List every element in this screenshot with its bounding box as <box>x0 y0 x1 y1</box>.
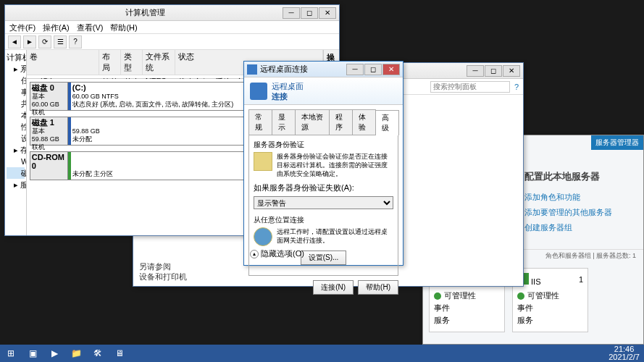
help-icon[interactable]: ? <box>514 83 519 91</box>
search-input[interactable] <box>430 81 510 93</box>
tree-node[interactable]: 任务计划程序 <box>7 75 25 86</box>
sec2-text: 远程工作时，请配置设置以通过远程桌面网关进行连接。 <box>277 227 393 245</box>
close-button[interactable]: ✕ <box>503 65 520 77</box>
sec1-text: 服务器身份验证会验证你是否正在连接目标远程计算机。连接所需的验证强度由系统安全策… <box>277 152 393 178</box>
tree-node[interactable]: 本地用户和组 <box>7 109 25 121</box>
maximize-button[interactable]: ◻ <box>301 7 318 19</box>
task-server-manager[interactable]: ▣ <box>22 345 43 362</box>
see-also-label: 另请参阅 <box>139 261 187 272</box>
tree-node[interactable]: ▸ 系统工具 <box>7 63 25 75</box>
rdc-tab[interactable]: 体验 <box>352 109 376 135</box>
sm-link-servers[interactable]: 添加要管理的其他服务器 <box>524 207 636 218</box>
remote-desktop-dialog: 远程桌面连接 ─ ◻ ✕ 远程桌面连接 常规显示本地资源程序体验高级 服务器身份… <box>243 61 403 266</box>
help-button[interactable]: 帮助(H) <box>358 280 398 295</box>
close-button[interactable]: ✕ <box>382 64 400 75</box>
back-icon[interactable]: ◄ <box>8 35 21 49</box>
maximize-button[interactable]: ◻ <box>364 64 382 75</box>
tree-node[interactable]: 磁盘管理 <box>7 167 25 179</box>
sm-link-group[interactable]: 创建服务器组 <box>524 222 636 233</box>
tree-node[interactable]: ▸ 存储 <box>7 144 25 156</box>
refresh-icon[interactable]: ⟳ <box>38 35 51 49</box>
tree-node[interactable]: 设备管理器 <box>7 132 25 144</box>
server-manager-badge: 服务器管理器 <box>591 135 643 150</box>
devices-printers-link[interactable]: 设备和打印机 <box>139 272 187 282</box>
tree-root[interactable]: 计算机管理(本地) <box>7 51 25 63</box>
task-cm[interactable]: 🛠 <box>87 345 109 362</box>
menubar: 文件(F) 操作(A) 查看(V) 帮助(H) <box>5 21 339 34</box>
sec1-label: 如果服务器身份验证失败(A): <box>254 182 393 193</box>
minimize-button[interactable]: ─ <box>467 65 484 77</box>
chevron-up-icon: ▴ <box>250 250 259 258</box>
tree-node[interactable]: Windows Server Back <box>7 156 25 167</box>
task-explorer[interactable]: 📁 <box>65 345 87 362</box>
menu-help[interactable]: 帮助(H) <box>110 22 137 32</box>
tree-node[interactable]: 事件查看器 <box>7 86 25 98</box>
shield-icon <box>254 152 272 171</box>
rdc-tab[interactable]: 常规 <box>248 109 272 135</box>
status-dot-icon <box>434 292 441 300</box>
status-dot-icon <box>517 292 524 300</box>
tree-node[interactable]: 性能 <box>7 121 25 132</box>
globe-icon <box>254 227 272 246</box>
rdc-banner-icon <box>250 83 267 100</box>
forward-icon[interactable]: ► <box>23 35 36 49</box>
settings-button[interactable]: 设置(S)... <box>301 251 347 265</box>
auth-fail-select[interactable]: 显示警告 <box>254 196 393 209</box>
sm-heading: 配置此本地服务器 <box>524 170 636 183</box>
rdc-title: 远程桌面连接 <box>260 64 346 75</box>
start-button[interactable]: ⊞ <box>0 345 22 362</box>
tree-node[interactable]: 共享文件夹 <box>7 98 25 109</box>
help-icon[interactable]: ? <box>69 35 82 49</box>
rdc-tab[interactable]: 显示 <box>272 109 296 135</box>
rdc-tab[interactable]: 本地资源 <box>295 109 330 135</box>
tree-node[interactable]: ▸ 服务和应用程序 <box>7 179 25 190</box>
cm-title: 计算机管理 <box>8 7 283 18</box>
maximize-button[interactable]: ◻ <box>485 65 502 77</box>
rdc-tab[interactable]: 高级 <box>375 110 399 135</box>
taskbar: ⊞ ▣ ▶ 📁 🛠 🖥 21:462021/2/7 <box>0 345 644 362</box>
minimize-button[interactable]: ─ <box>283 7 300 19</box>
task-rdc[interactable]: 🖥 <box>109 345 130 362</box>
sec2-header: 从任意位置连接 <box>254 215 393 225</box>
close-button[interactable]: ✕ <box>319 7 336 19</box>
menu-file[interactable]: 文件(F) <box>9 22 35 32</box>
props-icon[interactable]: ☰ <box>54 35 67 49</box>
connect-button[interactable]: 连接(N) <box>313 280 354 295</box>
sec1-header: 服务器身份验证 <box>254 140 393 150</box>
minimize-button[interactable]: ─ <box>346 64 364 75</box>
hide-options-toggle[interactable]: ▴ 隐藏选项(O) <box>250 248 304 259</box>
task-powershell[interactable]: ▶ <box>43 345 65 362</box>
clock[interactable]: 21:462021/2/7 <box>604 345 644 361</box>
nav-tree[interactable]: 计算机管理(本地) ▸ 系统工具任务计划程序事件查看器共享文件夹本地用户和组性能… <box>5 50 27 235</box>
menu-view[interactable]: 查看(V) <box>77 22 104 32</box>
rdc-icon <box>247 64 257 75</box>
rdc-tab[interactable]: 程序 <box>329 109 353 135</box>
sm-link-roles[interactable]: 添加角色和功能 <box>524 192 636 203</box>
menu-action[interactable]: 操作(A) <box>43 22 70 32</box>
